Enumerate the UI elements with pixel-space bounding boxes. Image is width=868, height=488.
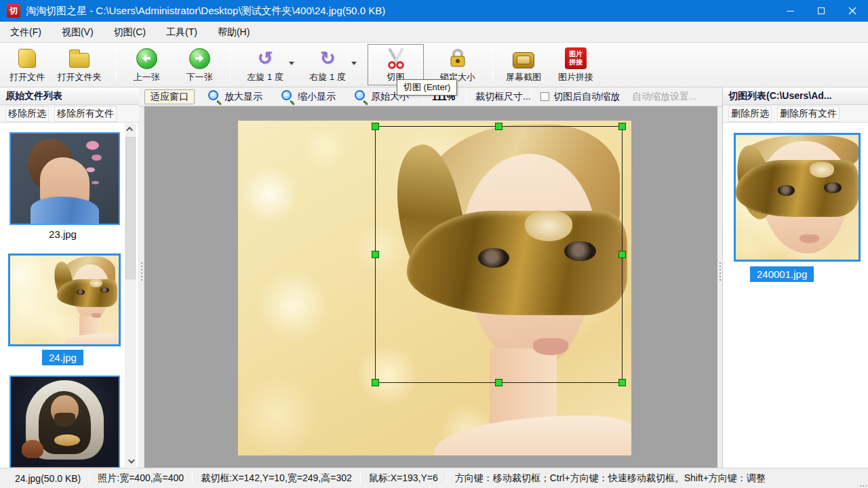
- crop-box[interactable]: [375, 126, 623, 383]
- open-folder-button[interactable]: 打开文件夹: [50, 44, 108, 85]
- crop-size-button[interactable]: 裁切框尺寸...: [475, 87, 531, 106]
- status-divider: [192, 472, 193, 485]
- resize-grip-icon[interactable]: [865, 485, 867, 487]
- crop-handle-top-left[interactable]: [372, 123, 379, 130]
- fit-window-button[interactable]: 适应窗口: [144, 87, 195, 106]
- crop-handle-top-right[interactable]: [618, 123, 626, 130]
- open-file-label: 打开文件: [9, 71, 45, 83]
- thumb-art: [92, 313, 101, 318]
- minimize-button[interactable]: [774, 0, 806, 22]
- rotate-left-label: 左旋 1 度: [247, 71, 283, 83]
- thumbnail-label-240001jpg[interactable]: 240001.jpg: [750, 266, 814, 282]
- toolbar-separator: [116, 47, 117, 81]
- crop-handle-bottom-left[interactable]: [372, 379, 379, 386]
- previous-image-icon: [135, 47, 158, 70]
- open-file-button[interactable]: 打开文件: [5, 44, 49, 85]
- menu-tools[interactable]: 工具(T): [156, 22, 208, 42]
- right-panel-button-row: 删除所选 删除所有文件: [723, 105, 868, 123]
- thumbnail-24jpg-selected[interactable]: [8, 253, 121, 346]
- view-toolbar-separator: [531, 90, 532, 103]
- crop-handle-left[interactable]: [372, 251, 379, 258]
- zoom-out-label: 缩小显示: [298, 91, 336, 103]
- thumbnail-third[interactable]: [9, 375, 120, 468]
- minimize-icon: [787, 11, 794, 12]
- status-divider: [360, 472, 361, 485]
- zoom-out-button[interactable]: − 缩小显示: [281, 87, 336, 106]
- rotate-right-dropdown-icon[interactable]: [351, 62, 357, 65]
- toolbar-separator: [492, 47, 493, 81]
- auto-scale-checkbox[interactable]: 切图后自动缩放: [540, 87, 620, 106]
- thumb-art: [31, 197, 100, 224]
- open-folder-icon: [68, 47, 91, 70]
- thumbnail-240001jpg-selected[interactable]: [734, 133, 861, 262]
- thumbnail-23jpg[interactable]: [9, 132, 120, 225]
- zoom-in-button[interactable]: + 放大显示: [208, 87, 262, 106]
- thumb-art: [100, 287, 109, 293]
- splitter-grip-icon: [141, 262, 142, 264]
- image-stitch-label: 图片拼接: [558, 71, 593, 83]
- zoom-out-icon: −: [281, 90, 294, 103]
- scrollbar-thumb[interactable]: [125, 137, 136, 279]
- scissors-icon: [384, 47, 408, 70]
- crop-handle-right[interactable]: [618, 251, 626, 258]
- source-file-list: 23.jpg 24.jpg: [0, 123, 139, 468]
- close-button[interactable]: [837, 0, 868, 22]
- remove-selected-button[interactable]: 移除所选: [5, 106, 49, 122]
- right-panel-title: 切图列表(C:\Users\Ad...: [723, 87, 868, 105]
- thumbnail-label-23jpg[interactable]: 23.jpg: [0, 228, 125, 240]
- maximize-button[interactable]: [806, 0, 837, 22]
- close-icon: [848, 7, 856, 15]
- photo-art: [435, 415, 631, 455]
- menu-view[interactable]: 视图(V): [52, 22, 104, 42]
- maximize-icon: [818, 7, 825, 14]
- original-size-icon: [355, 90, 368, 103]
- rotate-right-button[interactable]: ↻ 右旋 1 度: [301, 44, 354, 85]
- checkbox-icon[interactable]: [540, 92, 549, 101]
- thumb-art: [800, 235, 819, 243]
- previous-image-label: 上一张: [134, 71, 160, 83]
- app-window: 切 淘淘切图之星 - C:\Users\Administrator\Deskto…: [0, 0, 868, 488]
- thumb-art: [77, 289, 85, 295]
- status-filename: 24.jpg(50.0 KB): [15, 473, 81, 484]
- scroll-down-button[interactable]: [125, 455, 136, 467]
- status-bar: 24.jpg(50.0 KB) 照片:宽=400,高=400 裁切框:X=142…: [0, 468, 868, 488]
- next-image-button[interactable]: 下一张: [178, 44, 221, 85]
- open-folder-label: 打开文件夹: [58, 71, 102, 83]
- screen-capture-button[interactable]: 屏幕截图: [496, 44, 551, 85]
- status-mouse-pos: 鼠标:X=193,Y=6: [369, 472, 438, 485]
- crop-tooltip: 切图 (Enter): [397, 79, 457, 96]
- left-panel-title: 原始文件列表: [0, 87, 139, 105]
- previous-image-button[interactable]: 上一张: [125, 44, 168, 85]
- image-stitch-button[interactable]: 图片拼接 图片拼接: [553, 44, 598, 85]
- rotate-left-button[interactable]: ↺ 左旋 1 度: [239, 44, 292, 85]
- remove-all-button[interactable]: 移除所有文件: [54, 106, 117, 122]
- menu-crop[interactable]: 切图(C): [104, 22, 156, 42]
- canvas-area[interactable]: [139, 106, 723, 468]
- source-list-scrollbar[interactable]: [125, 123, 136, 467]
- status-divider: [89, 472, 90, 485]
- left-splitter[interactable]: [139, 106, 144, 468]
- scroll-up-button[interactable]: [125, 123, 136, 135]
- auto-scale-settings-button: 自动缩放设置...: [632, 87, 697, 106]
- crop-handle-bottom-right[interactable]: [618, 379, 626, 386]
- rotate-left-icon: ↺: [254, 47, 277, 70]
- rotate-left-dropdown-icon[interactable]: [289, 62, 294, 65]
- delete-selected-button[interactable]: 删除所选: [728, 106, 772, 122]
- chevron-down-icon: [128, 457, 135, 464]
- menu-help[interactable]: 帮助(H): [208, 22, 260, 42]
- thumbnail-label-24jpg[interactable]: 24.jpg: [42, 350, 83, 365]
- menu-file[interactable]: 文件(F): [0, 22, 52, 42]
- screen-capture-label: 屏幕截图: [506, 71, 541, 83]
- title-bar: 切 淘淘切图之星 - C:\Users\Administrator\Deskto…: [0, 0, 868, 22]
- crop-handle-top[interactable]: [495, 123, 502, 130]
- next-image-icon: [188, 47, 211, 70]
- splitter-grip-icon: [719, 262, 721, 264]
- delete-all-button[interactable]: 删除所有文件: [777, 106, 840, 122]
- thumb-art: [778, 185, 795, 197]
- open-file-icon: [16, 47, 39, 70]
- thumb-art: [824, 182, 841, 194]
- status-photo-size: 照片:宽=400,高=400: [98, 472, 184, 485]
- app-logo-glyph: 切: [9, 5, 18, 17]
- crop-handle-bottom[interactable]: [495, 379, 502, 386]
- auto-scale-label: 切图后自动缩放: [553, 91, 620, 103]
